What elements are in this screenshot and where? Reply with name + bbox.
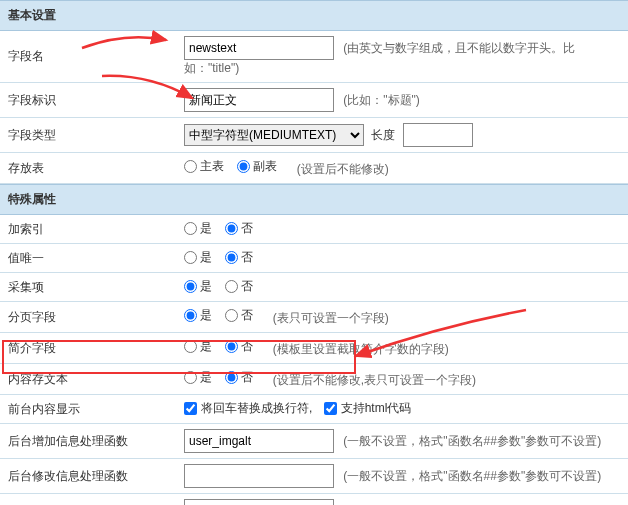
label-field-caption: 字段标识	[0, 83, 176, 118]
radio-savetxt-no[interactable]: 否	[225, 369, 253, 386]
input-backend-edit-fn[interactable]	[184, 464, 334, 488]
hint-field-caption: (比如："标题")	[343, 93, 420, 107]
hint-backend-edit-fn: (一般不设置，格式"函数名##参数"参数可不设置)	[343, 469, 601, 483]
label-front-add-fn: 前台增加信息处理函数	[0, 494, 176, 506]
select-field-type[interactable]: 中型字符型(MEDIUMTEXT)	[184, 124, 364, 146]
section-special: 特殊属性	[0, 184, 628, 215]
label-field-name: 字段名	[0, 31, 176, 83]
section-basic: 基本设置	[0, 0, 628, 31]
label-add-index: 加索引	[0, 215, 176, 244]
label-intro: 简介字段	[0, 333, 176, 364]
input-front-add-fn[interactable]	[184, 499, 334, 505]
radio-collect-no[interactable]: 否	[225, 278, 253, 295]
radio-intro-no[interactable]: 否	[225, 338, 253, 355]
label-backend-edit-fn: 后台修改信息处理函数	[0, 459, 176, 494]
radio-index-no[interactable]: 否	[225, 220, 253, 237]
label-field-type: 字段类型	[0, 118, 176, 153]
check-html[interactable]: 支持html代码	[324, 400, 412, 417]
input-length[interactable]	[403, 123, 473, 147]
hint-savetxt: (设置后不能修改,表只可设置一个字段)	[273, 373, 476, 387]
radio-paging-yes[interactable]: 是	[184, 307, 212, 324]
check-br[interactable]: 将回车替换成换行符,	[184, 400, 312, 417]
label-paging: 分页字段	[0, 302, 176, 333]
label-front-display: 前台内容显示	[0, 395, 176, 424]
hint-storage-table: (设置后不能修改)	[297, 162, 389, 176]
hint-intro: (模板里设置截取简介字数的字段)	[273, 342, 449, 356]
label-storage-table: 存放表	[0, 153, 176, 184]
radio-intro-yes[interactable]: 是	[184, 338, 212, 355]
label-length: 长度	[371, 128, 395, 142]
label-collect: 采集项	[0, 273, 176, 302]
hint-paging: (表只可设置一个字段)	[273, 311, 389, 325]
input-field-name[interactable]	[184, 36, 334, 60]
hint-backend-add-fn: (一般不设置，格式"函数名##参数"参数可不设置)	[343, 434, 601, 448]
radio-unique-yes[interactable]: 是	[184, 249, 212, 266]
radio-paging-no[interactable]: 否	[225, 307, 253, 324]
radio-main-table[interactable]: 主表	[184, 158, 224, 175]
input-field-caption[interactable]	[184, 88, 334, 112]
input-backend-add-fn[interactable]	[184, 429, 334, 453]
radio-index-yes[interactable]: 是	[184, 220, 212, 237]
label-savetxt: 内容存文本	[0, 364, 176, 395]
radio-unique-no[interactable]: 否	[225, 249, 253, 266]
radio-collect-yes[interactable]: 是	[184, 278, 212, 295]
radio-sub-table[interactable]: 副表	[237, 158, 277, 175]
label-backend-add-fn: 后台增加信息处理函数	[0, 424, 176, 459]
label-unique: 值唯一	[0, 244, 176, 273]
radio-savetxt-yes[interactable]: 是	[184, 369, 212, 386]
